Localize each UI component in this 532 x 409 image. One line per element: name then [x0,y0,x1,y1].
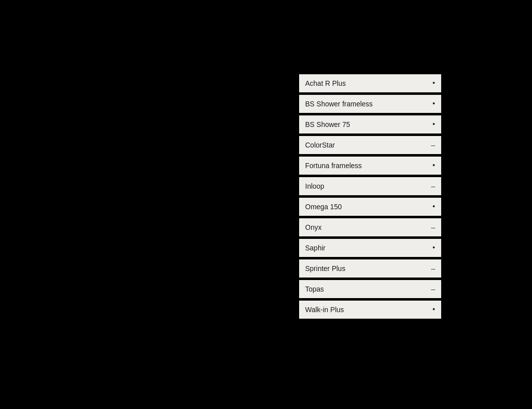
item-label-topas: Topas [305,285,324,293]
item-indicator-sprinter-plus: – [431,264,435,273]
list-item-bs-shower-75[interactable]: BS Shower 75• [299,115,441,133]
list-item-onyx[interactable]: Onyx– [299,218,441,236]
list-item-sprinter-plus[interactable]: Sprinter Plus– [299,259,441,278]
item-indicator-walk-in-plus: • [432,305,435,314]
list-item-saphir[interactable]: Saphir• [299,239,441,257]
list-item-colorstar[interactable]: ColorStar– [299,136,441,154]
item-label-fortuna-frameless: Fortuna frameless [305,162,362,170]
list-item-walk-in-plus[interactable]: Walk-in Plus• [299,301,441,319]
item-indicator-bs-shower-frameless: • [432,99,435,108]
item-label-sprinter-plus: Sprinter Plus [305,264,345,272]
item-label-colorstar: ColorStar [305,141,335,149]
item-indicator-saphir: • [432,243,435,252]
product-list: Achat R Plus•BS Shower frameless•BS Show… [299,74,441,319]
item-indicator-omega-150: • [432,202,435,211]
item-indicator-fortuna-frameless: • [432,161,435,170]
item-indicator-bs-shower-75: • [432,120,435,129]
item-label-saphir: Saphir [305,244,325,252]
list-item-achat-r-plus[interactable]: Achat R Plus• [299,74,441,92]
list-item-inloop[interactable]: Inloop– [299,177,441,195]
item-label-bs-shower-frameless: BS Shower frameless [305,100,373,108]
list-item-fortuna-frameless[interactable]: Fortuna frameless• [299,157,441,175]
item-indicator-achat-r-plus: • [432,79,435,88]
item-indicator-onyx: – [431,223,435,232]
list-item-omega-150[interactable]: Omega 150• [299,198,441,216]
item-label-inloop: Inloop [305,182,324,190]
item-label-onyx: Onyx [305,223,322,231]
item-label-omega-150: Omega 150 [305,203,342,211]
item-indicator-topas: – [431,285,435,294]
item-label-bs-shower-75: BS Shower 75 [305,120,350,128]
item-indicator-colorstar: – [431,141,435,150]
list-item-topas[interactable]: Topas– [299,280,441,298]
item-label-walk-in-plus: Walk-in Plus [305,306,344,314]
list-item-bs-shower-frameless[interactable]: BS Shower frameless• [299,95,441,113]
item-indicator-inloop: – [431,182,435,191]
item-label-achat-r-plus: Achat R Plus [305,79,346,87]
